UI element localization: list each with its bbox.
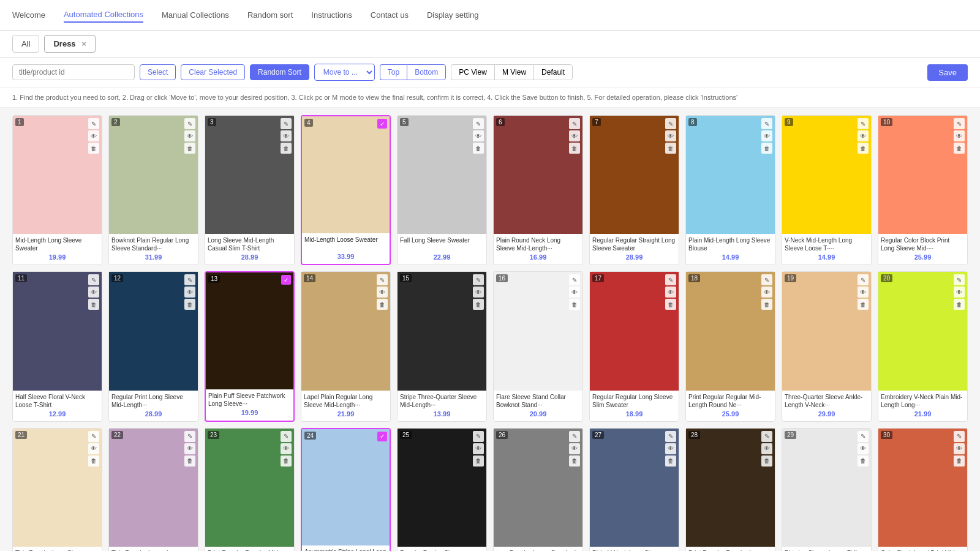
tab-dress[interactable]: Dress × <box>44 35 95 53</box>
product-card-2[interactable]: 2 ✎ 👁 🗑 Bowknot Plain Regular Long Sleev… <box>108 115 198 265</box>
product-card-7[interactable]: 7 ✎ 👁 🗑 Regular Regular Straight Long Sl… <box>589 115 679 265</box>
edit-icon-19[interactable]: ✎ <box>858 274 869 285</box>
edit-icon-9[interactable]: ✎ <box>858 118 869 129</box>
edit-icon-1[interactable]: ✎ <box>88 118 99 129</box>
eye-icon-26[interactable]: 👁 <box>569 443 580 454</box>
product-card-30[interactable]: 30 ✎ 👁 🗑 Color Block Lapel Print Mid-Len… <box>878 428 968 551</box>
edit-icon-30[interactable]: ✎ <box>954 431 965 442</box>
edit-icon-14[interactable]: ✎ <box>377 274 388 285</box>
product-card-17[interactable]: 17 ✎ 👁 🗑 Regular Regular Long Sleeve Sli… <box>589 271 679 421</box>
move-to-dropdown[interactable]: Move to ... <box>314 64 375 81</box>
trash-icon-25[interactable]: 🗑 <box>473 455 484 467</box>
trash-icon-5[interactable]: 🗑 <box>473 143 484 154</box>
trash-icon-6[interactable]: 🗑 <box>569 143 580 154</box>
edit-icon-21[interactable]: ✎ <box>88 431 99 442</box>
pc-view-button[interactable]: PC View <box>451 64 494 80</box>
eye-icon-25[interactable]: 👁 <box>473 443 484 454</box>
trash-icon-17[interactable]: 🗑 <box>665 299 676 310</box>
eye-icon-18[interactable]: 👁 <box>761 287 772 298</box>
product-card-22[interactable]: 22 ✎ 👁 🗑 Thin Regular Loose Long Sleeve … <box>108 428 198 551</box>
product-card-20[interactable]: 20 ✎ 👁 🗑 Embroidery V-Neck Plain Mid-Len… <box>878 271 968 421</box>
edit-icon-6[interactable]: ✎ <box>569 118 580 129</box>
edit-icon-15[interactable]: ✎ <box>473 274 484 285</box>
product-card-21[interactable]: 21 ✎ 👁 🗑 Thin Regular Long Sleeve Loose … <box>12 428 102 551</box>
eye-icon-7[interactable]: 👁 <box>665 130 676 141</box>
product-card-16[interactable]: 16 ✎ 👁 🗑 Flare Sleeve Stand Collar Bowkn… <box>493 271 583 421</box>
edit-icon-17[interactable]: ✎ <box>665 274 676 285</box>
trash-icon-16[interactable]: 🗑 <box>569 299 580 310</box>
eye-icon-20[interactable]: 👁 <box>954 287 965 298</box>
trash-icon-26[interactable]: 🗑 <box>569 455 580 467</box>
eye-icon-19[interactable]: 👁 <box>858 287 869 298</box>
edit-icon-2[interactable]: ✎ <box>184 118 195 129</box>
product-card-12[interactable]: 12 ✎ 👁 🗑 Regular Print Long Sleeve Mid-L… <box>108 271 198 421</box>
product-card-26[interactable]: 26 ✎ 👁 🗑 type Regular Loose Standard Swe… <box>493 428 583 551</box>
random-sort-button[interactable]: Random Sort <box>250 64 309 80</box>
trash-icon-14[interactable]: 🗑 <box>377 299 388 310</box>
eye-icon-5[interactable]: 👁 <box>473 130 484 141</box>
product-card-13[interactable]: 13 ✓ Plain Puff Sleeve Patchwork Long Sl… <box>205 271 295 421</box>
edit-icon-11[interactable]: ✎ <box>88 274 99 285</box>
trash-icon-7[interactable]: 🗑 <box>665 143 676 154</box>
product-card-10[interactable]: 10 ✎ 👁 🗑 Regular Color Block Print Long … <box>878 115 968 265</box>
eye-icon-3[interactable]: 👁 <box>281 130 292 141</box>
product-card-27[interactable]: 27 ✎ 👁 🗑 Plain V-Neck Long Sleeve Mid-Le… <box>589 428 679 551</box>
trash-icon-21[interactable]: 🗑 <box>88 455 99 467</box>
edit-icon-12[interactable]: ✎ <box>184 274 195 285</box>
nav-item-display[interactable]: Display setting <box>427 8 479 22</box>
eye-icon-12[interactable]: 👁 <box>184 287 195 298</box>
edit-icon-22[interactable]: ✎ <box>184 431 195 442</box>
eye-icon-2[interactable]: 👁 <box>184 130 195 141</box>
product-card-28[interactable]: 28 ✎ 👁 🗑 Print Regular Regular Loose Mid… <box>685 428 775 551</box>
search-input[interactable] <box>12 64 135 80</box>
eye-icon-10[interactable]: 👁 <box>954 130 965 141</box>
default-button[interactable]: Default <box>533 64 573 80</box>
product-card-29[interactable]: 29 ✎ 👁 🗑 Bbtwing Sleeve Loose Fbll Swete… <box>782 428 872 551</box>
trash-icon-27[interactable]: 🗑 <box>665 455 676 467</box>
product-card-19[interactable]: 19 ✎ 👁 🗑 Three-Quarter Sleeve Ankle-Leng… <box>782 271 872 421</box>
edit-icon-23[interactable]: ✎ <box>281 431 292 442</box>
clear-selected-button[interactable]: Clear Selected <box>181 64 245 80</box>
save-button[interactable]: Save <box>927 64 968 81</box>
eye-icon-11[interactable]: 👁 <box>88 287 99 298</box>
bottom-button[interactable]: Bottom <box>407 64 446 80</box>
trash-icon-10[interactable]: 🗑 <box>954 143 965 154</box>
edit-icon-18[interactable]: ✎ <box>761 274 772 285</box>
trash-icon-15[interactable]: 🗑 <box>473 299 484 310</box>
eye-icon-21[interactable]: 👁 <box>88 443 99 454</box>
product-card-9[interactable]: 9 ✎ 👁 🗑 V-Neck Mid-Length Long Sleeve Lo… <box>782 115 872 265</box>
eye-icon-28[interactable]: 👁 <box>761 443 772 454</box>
trash-icon-12[interactable]: 🗑 <box>184 299 195 310</box>
edit-icon-3[interactable]: ✎ <box>281 118 292 129</box>
nav-item-automated[interactable]: Automated Collections <box>64 7 143 23</box>
eye-icon-1[interactable]: 👁 <box>88 130 99 141</box>
product-card-11[interactable]: 11 ✎ 👁 🗑 Half Sleeve Floral V-Neck Loose… <box>12 271 102 421</box>
trash-icon-22[interactable]: 🗑 <box>184 455 195 467</box>
eye-icon-16[interactable]: 👁 <box>569 287 580 298</box>
select-button[interactable]: Select <box>140 64 176 80</box>
edit-icon-10[interactable]: ✎ <box>954 118 965 129</box>
trash-icon-9[interactable]: 🗑 <box>858 143 869 154</box>
edit-icon-16[interactable]: ✎ <box>569 274 580 285</box>
eye-icon-23[interactable]: 👁 <box>281 443 292 454</box>
tab-close-icon[interactable]: × <box>81 39 86 48</box>
edit-icon-26[interactable]: ✎ <box>569 431 580 442</box>
eye-icon-29[interactable]: 👁 <box>858 443 869 454</box>
eye-icon-22[interactable]: 👁 <box>184 443 195 454</box>
product-card-5[interactable]: 5 ✎ 👁 🗑 Fall Long Sleeve Sweater 22.99 <box>397 115 487 265</box>
edit-icon-25[interactable]: ✎ <box>473 431 484 442</box>
nav-item-welcome[interactable]: Welcome <box>12 8 45 22</box>
trash-icon-8[interactable]: 🗑 <box>761 143 772 154</box>
trash-icon-20[interactable]: 🗑 <box>954 299 965 310</box>
product-card-18[interactable]: 18 ✎ 👁 🗑 Print Regular Regular Mid-Lengt… <box>685 271 775 421</box>
product-card-14[interactable]: 14 ✎ 👁 🗑 Lapel Plain Regular Long Sleeve… <box>301 271 391 421</box>
eye-icon-15[interactable]: 👁 <box>473 287 484 298</box>
m-view-button[interactable]: M View <box>494 64 533 80</box>
edit-icon-7[interactable]: ✎ <box>665 118 676 129</box>
product-card-15[interactable]: 15 ✎ 👁 🗑 Stripe Three-Quarter Sleeve Mid… <box>397 271 487 421</box>
nav-item-manual[interactable]: Manual Collections <box>162 8 229 22</box>
nav-item-contact[interactable]: Contact us <box>371 8 409 22</box>
trash-icon-19[interactable]: 🗑 <box>858 299 869 310</box>
trash-icon-1[interactable]: 🗑 <box>88 143 99 154</box>
trash-icon-2[interactable]: 🗑 <box>184 143 195 154</box>
